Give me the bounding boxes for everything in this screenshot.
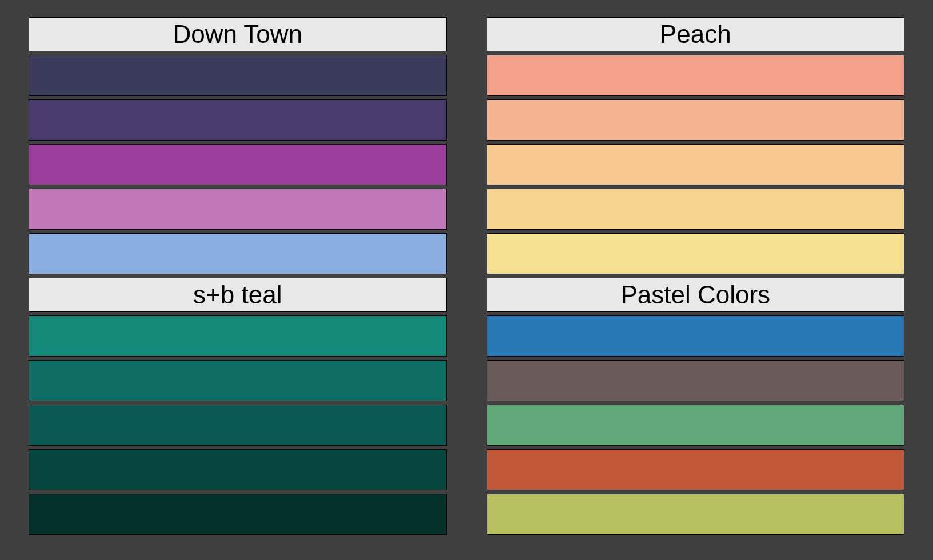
- color-swatch: [29, 189, 447, 230]
- color-swatch: [487, 99, 905, 141]
- palette-container: Down Town s+b teal Peach Pastel Colors: [29, 17, 904, 543]
- color-swatch: [487, 405, 905, 446]
- color-swatch: [29, 494, 447, 535]
- color-swatch: [29, 360, 447, 401]
- right-column: Peach Pastel Colors: [487, 17, 905, 543]
- color-swatch: [29, 449, 447, 490]
- palette-title-peach: Peach: [487, 17, 905, 51]
- color-swatch: [487, 315, 905, 357]
- color-swatch: [29, 405, 447, 446]
- color-swatch: [29, 55, 447, 96]
- color-swatch: [487, 55, 905, 96]
- color-swatch: [29, 144, 447, 185]
- palette-title-downtown: Down Town: [29, 17, 447, 51]
- color-swatch: [487, 144, 905, 185]
- color-swatch: [29, 233, 447, 274]
- color-swatch: [487, 360, 905, 401]
- color-swatch: [487, 189, 905, 230]
- palette-title-sbteal: s+b teal: [29, 278, 447, 312]
- color-swatch: [487, 233, 905, 274]
- color-swatch: [487, 494, 905, 535]
- color-swatch: [29, 99, 447, 141]
- palette-title-pastel: Pastel Colors: [487, 278, 905, 312]
- color-swatch: [29, 315, 447, 357]
- left-column: Down Town s+b teal: [29, 17, 447, 543]
- color-swatch: [487, 449, 905, 490]
